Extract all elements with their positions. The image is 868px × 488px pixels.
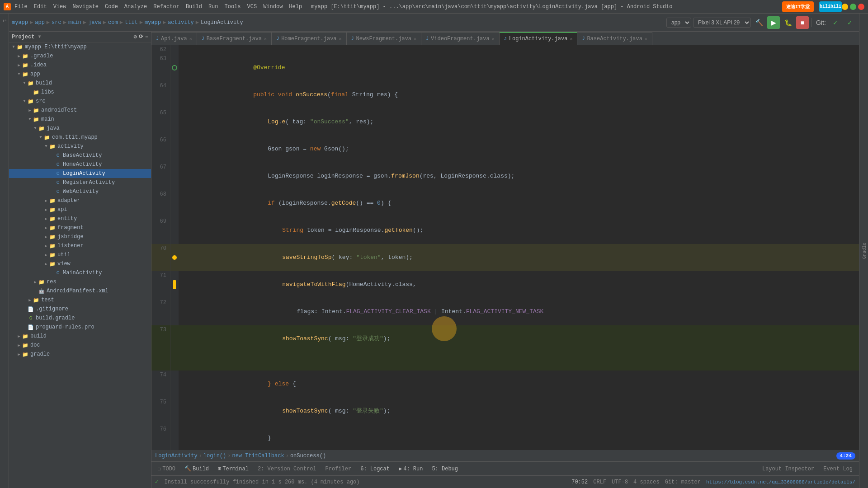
sync-btn[interactable]: ✓ [844,16,856,29]
window-controls[interactable] [842,4,864,10]
tree-view[interactable]: ▶ 📁 view [9,259,151,268]
menu-view[interactable]: View [53,4,66,10]
stop-btn[interactable]: ■ [796,16,809,29]
menu-code[interactable]: Code [105,4,118,10]
tree-proguard[interactable]: 📄 proguard-rules.pro [9,323,151,332]
tree-util[interactable]: ▶ 📁 util [9,250,151,259]
tab-videofragment[interactable]: J VideoFragment.java ✕ [421,32,500,45]
menu-edit[interactable]: Edit [34,4,47,10]
git-btn[interactable]: Git: [815,16,827,29]
url-text[interactable]: https://blog.csdn.net/qq_33608088/articl… [706,479,855,485]
todo-btn[interactable]: ☐ TODO [155,465,178,473]
sidebar-gear[interactable]: ⚙ [134,33,137,40]
nav-activity[interactable]: activity [168,19,194,26]
tab-close-newsfrag[interactable]: ✕ [414,36,416,42]
close-button[interactable] [858,4,864,10]
menu-help[interactable]: Help [289,4,302,10]
terminal-btn[interactable]: ⊞ Terminal [215,465,251,473]
tree-java[interactable]: ▼ 📁 java [9,124,151,133]
code-editor[interactable]: 62 63 @Override [151,45,859,450]
nav-myapp[interactable]: myapp [12,19,28,26]
nav-java[interactable]: java [88,19,101,26]
tree-src[interactable]: ▼ 📁 src [9,97,151,106]
tree-app[interactable]: ▼ 📁 app [9,70,151,79]
breadcrumb-loginactivity[interactable]: LoginActivity [155,453,198,459]
tab-baseactivity[interactable]: J BaseActivity.java ✕ [577,32,652,45]
menu-navigate[interactable]: Navigate [72,4,99,10]
check-btn[interactable]: ✓ [829,16,842,29]
device-selector[interactable]: app [666,18,691,28]
tree-loginactivity[interactable]: C LoginActivity [9,169,151,178]
tree-test[interactable]: ▶ 📁 test [9,296,151,305]
pixel-selector[interactable]: Pixel 3 XL API 29 [693,18,751,28]
tree-build2[interactable]: ▶ 📁 build [9,332,151,341]
debug-tool-btn[interactable]: 5: Debug [429,465,461,473]
menu-bar[interactable]: File Edit View Navigate Code Analyze Ref… [14,4,302,10]
tab-basefragment[interactable]: J BaseFragment.java ✕ [197,32,272,45]
tree-buildgradle[interactable]: G build.gradle [9,314,151,323]
version-control-btn[interactable]: 2: Version Control [255,465,319,473]
tab-close-homefrag[interactable]: ✕ [339,36,342,42]
run-tool-btn[interactable]: ▶ 4: Run [396,465,425,473]
nav-src[interactable]: src [52,19,61,26]
menu-refactor[interactable]: Refactor [153,4,179,10]
tree-listener[interactable]: ▶ 📁 listener [9,241,151,250]
tree-jsbridge[interactable]: ▶ 📁 jsbridge [9,232,151,241]
tree-api[interactable]: ▶ 📁 api [9,205,151,214]
run-btn[interactable]: ▶ [767,16,780,29]
nav-main[interactable]: main [68,19,81,26]
tree-gitignore[interactable]: 📄 .gitignore [9,305,151,314]
logcat-btn[interactable]: 6: Logcat [358,465,392,473]
tree-webactivity[interactable]: C WebActivity [9,187,151,196]
tree-gradle2[interactable]: ▶ 📁 gradle [9,350,151,359]
debug-btn[interactable]: 🐛 [782,16,794,29]
tree-homeactivity[interactable]: C HomeActivity [9,160,151,169]
sidebar-sync[interactable]: ⟳ [139,33,143,40]
tab-close-baseactivity[interactable]: ✕ [645,36,647,42]
menu-vcs[interactable]: VCS [247,4,257,10]
menu-run[interactable]: Run [208,4,218,10]
tree-com-ttit[interactable]: ▼ 📁 com.ttit.myapp [9,133,151,142]
tree-manifest[interactable]: 🤖 AndroidManifest.xml [9,286,151,296]
nav-app[interactable]: app [35,19,45,26]
tree-myapp[interactable]: ▼ 📁 myapp E:\ttit\myapp [9,42,151,52]
tree-androidtest[interactable]: ▶ 📁 androidTest [9,106,151,115]
indent[interactable]: 4 spaces [633,479,660,485]
menu-analyze[interactable]: Analyze [124,4,147,10]
layout-inspector-btn[interactable]: Layout Inspector [760,465,817,473]
tab-close-loginactivity[interactable]: ✕ [570,36,572,42]
breadcrumb-onsuccess[interactable]: onSuccess() [290,453,326,459]
tab-newsfragment[interactable]: J NewsFragment.java ✕ [347,32,421,45]
git-status[interactable]: Git: master [665,479,701,485]
menu-file[interactable]: File [14,4,28,10]
menu-build[interactable]: Build [186,4,202,10]
tree-main[interactable]: ▼ 📁 main [9,115,151,124]
tab-api[interactable]: J Api.java ✕ [151,32,197,45]
minimize-button[interactable] [842,4,848,10]
breadcrumb-login[interactable]: login() [203,453,226,459]
menu-window[interactable]: Window [263,4,283,10]
tree-mainactivity[interactable]: C MainActivity [9,268,151,277]
tree-entity[interactable]: ▶ 📁 entity [9,214,151,223]
tab-close-api[interactable]: ✕ [189,36,192,42]
tab-close-videofrag[interactable]: ✕ [492,36,495,42]
build-btn[interactable]: 🔨 [753,16,765,29]
profiler-btn[interactable]: Profiler [323,465,354,473]
tree-gradle[interactable]: ▶ 📁 .gradle [9,52,151,61]
nav-com[interactable]: com [108,19,118,26]
tree-baseactivity[interactable]: C BaseActivity [9,151,151,160]
tree-libs[interactable]: 📁 libs [9,88,151,97]
line-ending[interactable]: CRLF [593,479,606,485]
charset[interactable]: UTF-8 [612,479,628,485]
maximize-button[interactable] [850,4,856,10]
nav-myapp2[interactable]: myapp [145,19,161,26]
event-log-btn[interactable]: Event Log [821,465,855,473]
tab-loginactivity[interactable]: J LoginActivity.java ✕ [500,32,578,45]
tree-build[interactable]: ▼ 📁 build [9,79,151,88]
tree-res[interactable]: ▶ 📁 res [9,277,151,286]
nav-ttit[interactable]: ttit [125,19,138,26]
breadcrumb-callback[interactable]: new TtitCallback [232,453,284,459]
build-tool-btn[interactable]: 🔨 Build [182,465,212,473]
tab-homefragment[interactable]: J HomeFragment.java ✕ [272,32,346,45]
tree-fragment[interactable]: ▶ 📁 fragment [9,223,151,232]
